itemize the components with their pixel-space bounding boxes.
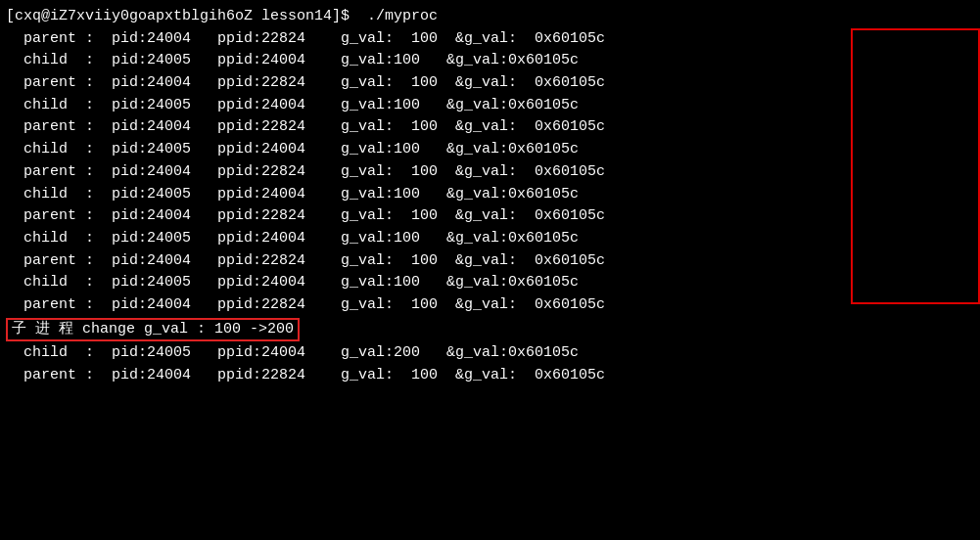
- address-value: 0x60105c: [508, 51, 579, 71]
- row-type-parent: parent : pid:24004 ppid:22824 g_val: 100…: [6, 206, 535, 227]
- output-area: parent : pid:24004 ppid:22824 g_val: 100…: [0, 28, 980, 317]
- table-row: child : pid:24005 ppid:24004 g_val:200 &…: [0, 342, 980, 365]
- row-type-parent: parent : pid:24004 ppid:22824 g_val: 100…: [6, 366, 535, 386]
- address-value: 0x60105c: [535, 117, 605, 138]
- terminal: [cxq@iZ7xviiy0goapxtblgih6oZ lesson14]$ …: [0, 0, 980, 540]
- address-value: 0x60105c: [535, 73, 605, 94]
- rows-container: parent : pid:24004 ppid:22824 g_val: 100…: [0, 28, 980, 317]
- row-type-child: child : pid:24005 ppid:24004 g_val:100 &…: [6, 185, 508, 205]
- row-type-parent: parent : pid:24004 ppid:22824 g_val: 100…: [6, 295, 535, 316]
- table-row: child : pid:24005 ppid:24004 g_val:100 &…: [0, 228, 980, 250]
- after-rows-container: child : pid:24005 ppid:24004 g_val:200 &…: [0, 342, 980, 386]
- table-row: parent : pid:24004 ppid:22824 g_val: 100…: [0, 250, 980, 273]
- table-row: child : pid:24005 ppid:24004 g_val:100 &…: [0, 272, 980, 294]
- row-type-parent: parent : pid:24004 ppid:22824 g_val: 100…: [6, 251, 535, 272]
- address-value: 0x60105c: [535, 206, 605, 227]
- cmd-text: [cxq@iZ7xviiy0goapxtblgih6oZ lesson14]$ …: [6, 7, 438, 27]
- change-line-wrapper: 子 进 程 change g_val : 100 ->200: [0, 317, 980, 343]
- address-value: 0x60105c: [535, 366, 605, 386]
- table-row: parent : pid:24004 ppid:22824 g_val: 100…: [0, 365, 980, 387]
- table-row: parent : pid:24004 ppid:22824 g_val: 100…: [0, 161, 980, 184]
- row-type-child: child : pid:24005 ppid:24004 g_val:100 &…: [6, 140, 508, 160]
- address-value: 0x60105c: [508, 96, 579, 116]
- table-row: child : pid:24005 ppid:24004 g_val:100 &…: [0, 139, 980, 161]
- row-type-parent: parent : pid:24004 ppid:22824 g_val: 100…: [6, 29, 535, 50]
- table-row: child : pid:24005 ppid:24004 g_val:100 &…: [0, 184, 980, 206]
- row-type-child: child : pid:24005 ppid:24004 g_val:100 &…: [6, 96, 508, 116]
- row-type-child: child : pid:24005 ppid:24004 g_val:100 &…: [6, 51, 508, 71]
- row-type-parent: parent : pid:24004 ppid:22824 g_val: 100…: [6, 117, 535, 138]
- row-type-parent: parent : pid:24004 ppid:22824 g_val: 100…: [6, 162, 535, 183]
- table-row: parent : pid:24004 ppid:22824 g_val: 100…: [0, 116, 980, 139]
- address-value: 0x60105c: [535, 162, 605, 183]
- table-row: parent : pid:24004 ppid:22824 g_val: 100…: [0, 205, 980, 228]
- table-row: child : pid:24005 ppid:24004 g_val:100 &…: [0, 95, 980, 117]
- address-value: 0x60105c: [508, 140, 579, 160]
- table-row: parent : pid:24004 ppid:22824 g_val: 100…: [0, 72, 980, 95]
- row-type-child: child : pid:24005 ppid:24004 g_val:200 &…: [6, 343, 508, 364]
- row-type-parent: parent : pid:24004 ppid:22824 g_val: 100…: [6, 73, 535, 94]
- table-row: child : pid:24005 ppid:24004 g_val:100 &…: [0, 50, 980, 72]
- change-line: 子 进 程 change g_val : 100 ->200: [6, 318, 300, 342]
- address-value: 0x60105c: [508, 229, 579, 249]
- table-row: parent : pid:24004 ppid:22824 g_val: 100…: [0, 294, 980, 317]
- row-type-child: child : pid:24005 ppid:24004 g_val:100 &…: [6, 273, 508, 293]
- address-value: 0x60105c: [508, 343, 579, 364]
- table-row: parent : pid:24004 ppid:22824 g_val: 100…: [0, 28, 980, 51]
- address-value: 0x60105c: [508, 185, 579, 205]
- address-value: 0x60105c: [535, 29, 605, 50]
- row-type-child: child : pid:24005 ppid:24004 g_val:100 &…: [6, 229, 508, 249]
- address-value: 0x60105c: [508, 273, 579, 293]
- address-value: 0x60105c: [535, 251, 605, 272]
- address-value: 0x60105c: [535, 295, 605, 316]
- cmd-line: [cxq@iZ7xviiy0goapxtblgih6oZ lesson14]$ …: [0, 6, 980, 28]
